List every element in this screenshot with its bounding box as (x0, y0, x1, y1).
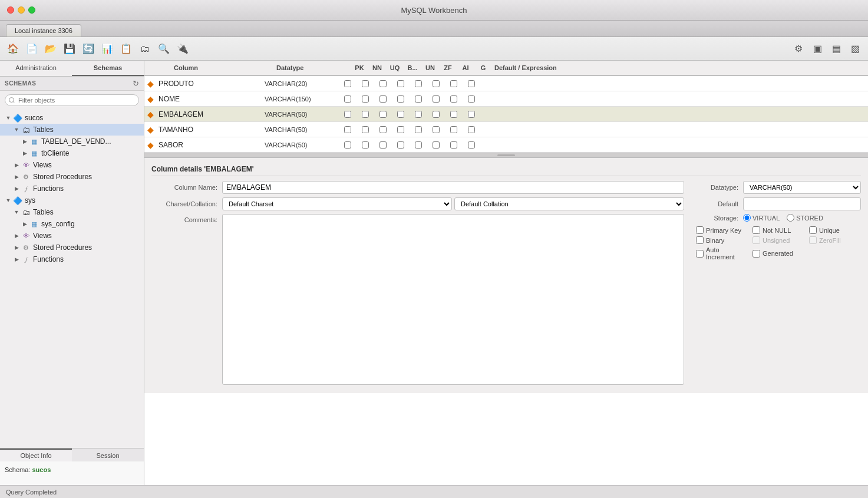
functions-group-sys[interactable]: ▶ 𝑓 Functions (0, 253, 144, 265)
cell-name-tamanho[interactable]: TAMANHO (156, 124, 262, 135)
checkbox-b-embalagem[interactable] (397, 111, 404, 118)
checkbox-zf-sabor[interactable] (433, 141, 440, 149)
checkbox-b-produto[interactable] (397, 80, 404, 87)
checkbox-nn-tamanho[interactable] (362, 126, 369, 133)
filter-input[interactable] (5, 94, 139, 106)
home-button[interactable]: 🏠 (5, 41, 21, 57)
zerofill-checkbox-item[interactable]: ZeroFill (809, 236, 861, 244)
cell-default-tamanho[interactable] (480, 128, 868, 131)
cell-pk-produto[interactable] (339, 80, 357, 87)
checkbox-nn-produto[interactable] (362, 80, 369, 87)
cell-default-nome[interactable] (480, 98, 868, 100)
default-input[interactable] (743, 197, 861, 210)
checkbox-g-embalagem[interactable] (468, 111, 475, 118)
cell-ai-produto[interactable] (445, 80, 463, 87)
generated-checkbox-item[interactable]: Generated (753, 246, 804, 260)
views-group-sys[interactable]: ▶ 👁 Views (0, 230, 144, 242)
cell-g-produto[interactable] (463, 80, 480, 87)
tab-schemas[interactable]: Schemas (72, 61, 144, 76)
binary-checkbox-item[interactable]: Binary (696, 236, 748, 244)
checkbox-uq-embalagem[interactable] (379, 111, 387, 118)
table-row[interactable]: ◆ SABOR VARCHAR(50) (144, 137, 868, 153)
tab-session[interactable]: Session (72, 448, 144, 461)
checkbox-zf-nome[interactable] (433, 95, 440, 103)
cell-b-produto[interactable] (392, 80, 410, 87)
dtype-select-sabor[interactable]: VARCHAR(50) (265, 141, 335, 149)
schema-item-sucos[interactable]: ▼ 🔷 sucos (0, 112, 144, 124)
checkbox-ai-produto[interactable] (450, 80, 457, 87)
checkbox-pk-sabor[interactable] (344, 141, 351, 149)
dtype-select-nome[interactable]: VARCHAR(150) (265, 95, 335, 103)
checkbox-pk-nome[interactable] (344, 95, 351, 103)
storage-virtual-option[interactable]: VIRTUAL (743, 214, 780, 222)
close-button[interactable] (7, 6, 14, 14)
not-null-checkbox[interactable] (753, 226, 760, 234)
cell-dtype-embalagem[interactable]: VARCHAR(50) (262, 110, 339, 119)
checkbox-zf-produto[interactable] (433, 80, 440, 87)
minimize-button[interactable] (18, 6, 25, 14)
cell-default-produto[interactable] (480, 83, 868, 85)
schema-inspector-button[interactable]: 📊 (99, 41, 115, 57)
checkbox-pk-tamanho[interactable] (344, 126, 351, 133)
checkbox-uq-nome[interactable] (379, 95, 387, 103)
checkbox-ai-embalagem[interactable] (450, 111, 457, 118)
save-button[interactable]: 💾 (61, 41, 78, 57)
schema-item-sys[interactable]: ▼ 🔷 sys (0, 194, 144, 206)
table-row[interactable]: ◆ NOME VARCHAR(150) (144, 91, 868, 107)
checkbox-un-tamanho[interactable] (415, 126, 422, 133)
cell-uq-produto[interactable] (374, 80, 392, 87)
auto-increment-checkbox-item[interactable]: Auto Increment (696, 246, 748, 260)
dtype-select-embalagem[interactable]: VARCHAR(50) (265, 111, 335, 118)
collation-select[interactable]: Default Collation (454, 197, 684, 210)
cell-name-sabor[interactable]: SABOR (156, 140, 262, 150)
generated-checkbox[interactable] (753, 250, 760, 258)
not-null-checkbox-item[interactable]: Not NULL (753, 226, 804, 234)
cell-dtype-nome[interactable]: VARCHAR(150) (262, 94, 339, 104)
checkbox-ai-sabor[interactable] (450, 141, 457, 149)
tab-administration[interactable]: Administration (0, 61, 72, 76)
cell-dtype-sabor[interactable]: VARCHAR(50) (262, 140, 339, 150)
table-row[interactable]: ◆ EMBALAGEM VARCHAR(50) (144, 107, 868, 122)
storage-stored-option[interactable]: STORED (787, 214, 823, 222)
refresh-schemas-icon[interactable]: ↻ (133, 79, 139, 88)
checkbox-un-nome[interactable] (415, 95, 422, 103)
cell-dtype-tamanho[interactable]: VARCHAR(50) (262, 125, 339, 134)
instance-tab[interactable]: Local instance 3306 (6, 24, 81, 37)
table-editor-button[interactable]: 🗂 (137, 41, 153, 57)
table-data-button[interactable]: 📋 (118, 41, 134, 57)
charset-select[interactable]: Default Charset (222, 197, 452, 210)
storage-stored-radio[interactable] (787, 214, 794, 222)
open-query-button[interactable]: 📂 (42, 41, 59, 57)
comments-textarea[interactable] (222, 214, 684, 385)
dtype-select-tamanho[interactable]: VARCHAR(50) (265, 126, 335, 133)
primary-key-checkbox[interactable] (696, 226, 704, 234)
table-row[interactable]: ◆ PRODUTO VARCHAR(20) (144, 76, 868, 91)
unique-checkbox-item[interactable]: Unique (809, 226, 861, 234)
unique-checkbox[interactable] (809, 226, 817, 234)
checkbox-g-nome[interactable] (468, 95, 475, 103)
checkbox-g-tamanho[interactable] (468, 126, 475, 133)
table-item-tabela[interactable]: ▶ ▦ TABELA_DE_VEND... (0, 136, 144, 147)
checkbox-un-embalagem[interactable] (415, 111, 422, 118)
table-item-tbcliente[interactable]: ▶ ▦ tbCliente (0, 147, 144, 159)
checkbox-uq-sabor[interactable] (379, 141, 387, 149)
cell-name-produto[interactable]: PRODUTO (156, 78, 262, 89)
cell-un-produto[interactable] (410, 80, 427, 87)
tables-group-sucos[interactable]: ▼ 🗂 Tables (0, 124, 144, 136)
cell-default-embalagem[interactable] (480, 113, 868, 116)
checkbox-pk-produto[interactable] (344, 80, 351, 87)
checkbox-b-sabor[interactable] (397, 141, 404, 149)
table-item-sysconfig[interactable]: ▶ ▦ sys_config (0, 218, 144, 230)
storage-virtual-radio[interactable] (743, 214, 751, 222)
cell-nn-produto[interactable] (357, 80, 374, 87)
refresh-button[interactable]: 🔄 (80, 41, 97, 57)
layout-button-1[interactable]: ▣ (809, 41, 826, 57)
stored-procedures-group-sys[interactable]: ▶ ⚙ Stored Procedures (0, 242, 144, 253)
auto-increment-checkbox[interactable] (696, 250, 704, 258)
reconnect-button[interactable]: 🔌 (174, 41, 191, 57)
tab-object-info[interactable]: Object Info (0, 448, 72, 461)
tables-group-sys[interactable]: ▼ 🗂 Tables (0, 206, 144, 218)
checkbox-b-tamanho[interactable] (397, 126, 404, 133)
settings-button[interactable]: ⚙ (790, 41, 807, 57)
unsigned-checkbox-item[interactable]: Unsigned (753, 236, 804, 244)
